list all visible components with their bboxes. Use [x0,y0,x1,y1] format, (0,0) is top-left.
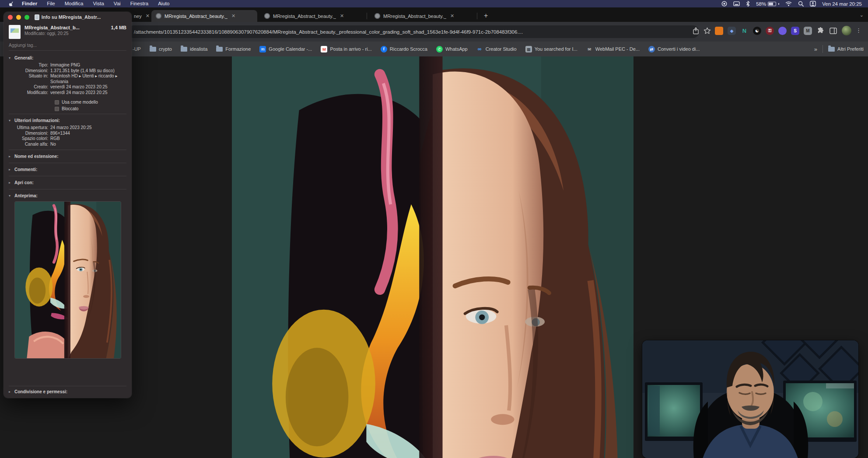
tab-label: MRregista_Abstract_beauty._ [383,14,446,19]
bookmark-star-icon[interactable] [704,27,711,35]
spotlight-search-icon[interactable] [798,1,804,7]
menu-item-finder[interactable]: Finder [17,0,42,7]
bookmark-label: WebMail PEC - De... [595,46,640,52]
share-icon[interactable] [693,27,699,35]
google-calendar-icon: 31 [259,46,266,52]
bookmark-folder-crypto[interactable]: crypto [150,46,172,52]
section-generali[interactable]: ▾ Generali: [4,54,132,62]
extensions-puzzle-icon[interactable] [816,27,825,35]
battery-indicator[interactable]: 58% [756,1,779,7]
bookmark-folder-idealista[interactable]: idealista [181,46,207,52]
s-extension-icon[interactable]: S [791,27,799,35]
bookmark-creator-studio[interactable]: ∞ Creator Studio [476,46,517,52]
gmail-icon: M [321,46,327,52]
screen-record-status-icon[interactable] [721,1,727,7]
add-tags-field[interactable]: Aggiungi tag... [9,42,126,51]
password-key-extension-icon[interactable]: ⚿ [766,27,774,35]
folder-icon [150,47,156,52]
chevron-right-icon: ▸ [9,154,12,158]
whatsapp-icon: ✆ [436,46,443,52]
wifi-icon[interactable] [785,1,792,6]
bookmark-converti-video[interactable]: ⇄ Converti i video di... [648,46,700,52]
folder-icon [216,47,223,52]
bookmark-facebook[interactable]: f Riccardo Scrocca [381,46,427,52]
bookmark-item[interactable]: -UP [133,46,141,52]
checkbox-bloccato[interactable]: Bloccato [55,106,132,111]
section-anteprima[interactable]: ▾ Anteprima: [4,192,132,199]
purple-extension-icon[interactable] [778,27,787,35]
file-name: MRregista_Abstract_b... [24,25,80,30]
info-window-titlebar[interactable]: Info su MRregista_Abstr... [4,12,132,22]
apple-menu-icon[interactable] [6,1,17,7]
menu-item-vai[interactable]: Vai [109,0,126,7]
checkbox-icon[interactable] [55,100,59,105]
checkbox-usa-come-modello[interactable]: Usa come modello [55,100,132,105]
minimize-traffic-light[interactable] [16,15,21,20]
menu-item-aiuto[interactable]: Aiuto [153,0,174,7]
menu-item-file[interactable]: File [42,0,60,7]
tab-active[interactable]: MRregista_Abstract_beauty._ ✕ [151,10,257,22]
section-nome-ed-estensione[interactable]: ▸ Nome ed estensione: [4,153,132,160]
menu-bar-clock[interactable]: Ven 24 mar 20:25 [822,1,862,7]
menu-item-vista[interactable]: Vista [88,0,109,7]
webcam-overlay [642,340,858,458]
bookmarks-overflow-chevron[interactable]: » [814,46,817,52]
dark-extension-icon[interactable]: ☯ [753,27,761,35]
info-row-spazio-colori: Spazio colori: RGB [4,136,126,142]
tab-close-icon[interactable]: ✕ [450,13,454,19]
section-apri-con[interactable]: ▸ Apri con: [4,179,132,186]
checkbox-icon[interactable] [55,107,59,111]
display-mirroring-icon[interactable] [733,1,740,7]
close-traffic-light[interactable] [8,15,13,20]
bookmark-label: Google Calendar -... [269,46,312,52]
macos-menu-bar: Finder File Modifica Vista Vai Finestra … [0,0,868,7]
n-extension-icon[interactable]: N [740,27,749,35]
bookmark-you-searched[interactable]: ▦ You searched for I... [525,46,578,52]
bluetooth-icon[interactable] [746,1,750,7]
bookmark-label: Formazione [225,46,251,52]
tab-label: ney [134,14,142,19]
chevron-right-icon: ▸ [9,390,12,394]
section-ulteriori-informazioni[interactable]: ▾ Ulteriori informazioni: [4,117,132,124]
menu-item-finestra[interactable]: Finestra [126,0,154,7]
tab-close-icon[interactable]: ✕ [146,13,150,19]
bookmark-whatsapp[interactable]: ✆ WhatsApp [436,46,468,52]
tab-close-icon[interactable]: ✕ [340,13,344,19]
bookmark-label: -UP [133,46,141,52]
zoom-traffic-light[interactable] [24,15,29,20]
wallet-extension-icon[interactable]: ◆ [728,27,736,35]
tab-close-icon[interactable]: ✕ [231,13,235,19]
finder-info-window[interactable]: Info su MRregista_Abstr... MRregista_Abs… [4,12,132,398]
address-bar[interactable]: /attachments/1013512335442333816/1088906… [128,25,699,38]
browser-menu-kebab-icon[interactable]: ⋮ [856,29,860,32]
file-size: 1,4 MB [111,25,126,30]
bookmark-gmail[interactable]: M Posta in arrivo - ri... [321,46,371,52]
new-tab-button[interactable]: + [484,11,488,21]
bookmark-webmail-pec[interactable]: ✉ WebMail PEC - De... [586,46,640,52]
section-condivisione-e-permessi[interactable]: ▸ Condivisione e permessi: [4,388,132,395]
chevron-down-icon: ▾ [9,119,12,122]
file-modified-line: Modificato: oggi, 20:25 [24,31,126,36]
bookmark-label: crypto [159,46,172,52]
fast-user-switch-icon[interactable] [810,1,816,7]
section-commenti[interactable]: ▸ Commenti: [4,166,132,173]
info-row-ultima-apertura: Ultima apertura: 24 marzo 2023 20:25 [4,125,126,131]
bookmark-google-calendar[interactable]: 31 Google Calendar -... [259,46,312,52]
tab-3[interactable]: MRregista_Abstract_beauty._ ✕ [370,10,476,22]
other-favorites-folder[interactable]: Altri Preferiti [828,46,864,52]
globe-favicon [374,13,380,19]
menu-item-modifica[interactable]: Modifica [60,0,88,7]
side-panel-icon[interactable] [829,27,837,35]
info-row-creato: Creato: venerdì 24 marzo 2023 20:25 [4,84,126,90]
chevron-right-icon: ▸ [9,181,12,185]
profile-avatar[interactable] [842,26,851,35]
main-image-ai-portrait[interactable] [232,56,634,458]
battery-icon [768,2,776,6]
chevron-down-icon: ▾ [9,56,12,60]
chevron-down-icon: ▾ [9,194,12,198]
m-extension-icon[interactable]: M [804,27,812,35]
tab-2[interactable]: MRregista_Abstract_beauty._ ✕ [260,10,366,22]
bookmark-folder-formazione[interactable]: Formazione [216,46,251,52]
metamask-extension-icon[interactable] [715,27,723,35]
tab-search-chevron-icon[interactable]: ⌄ [860,12,864,18]
